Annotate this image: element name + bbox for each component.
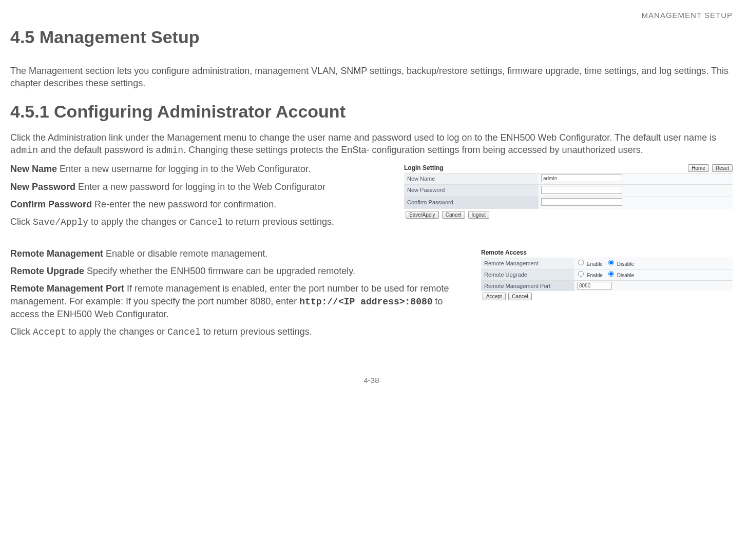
ss1-home-button[interactable]: Home [688,164,709,172]
ss2-remote-port-label: Remote Management Port [481,281,575,292]
ss1-confirm-password-label: Confirm Password [404,197,539,209]
ss2-ru-disable-radio[interactable]: Disable [608,271,634,279]
intro-paragraph: The Management section lets you configur… [10,65,733,90]
ss2-rm-disable-radio[interactable]: Disable [608,259,634,268]
ss1-confirm-password-input[interactable] [541,198,622,206]
ss1-title: Login Setting [404,164,444,172]
accept-line: Click Accept to apply the changes or Can… [10,325,733,338]
ss1-reset-button[interactable]: Reset [712,164,733,172]
ss1-new-name-input[interactable]: admin [541,175,622,182]
ss2-rm-enable-radio[interactable]: Enable [578,259,603,268]
login-setting-screenshot: Login Setting Home Reset New Name admin … [404,163,733,221]
page-header-section: MANAGEMENT SETUP [10,10,733,21]
ss1-save-apply-button[interactable]: Save/Apply [406,211,439,219]
config-paragraph: Click the Administration link under the … [10,131,733,157]
remote-access-screenshot: Remote Access Remote Management Enable D… [481,247,733,302]
code-http-url: http://<IP address>:8080 [299,297,432,307]
ss1-new-password-input[interactable] [541,186,622,194]
ss2-remote-port-input[interactable]: 8080 [577,282,612,289]
heading-1: 4.5 Management Setup [10,26,733,49]
ss2-title: Remote Access [481,247,733,258]
heading-2: 4.5.1 Configuring Administrator Account [10,100,733,124]
code-admin-pass: admin [156,145,183,156]
ss2-remote-upgrade-label: Remote Upgrade [481,269,575,280]
ss2-accept-button[interactable]: Accept [483,293,506,300]
code-admin-user: admin [10,145,38,156]
ss2-remote-management-label: Remote Management [481,258,575,269]
ss2-ru-enable-radio[interactable]: Enable [578,271,603,279]
ss1-cancel-button[interactable]: Cancel [442,211,465,219]
ss1-new-password-label: New Password [404,185,539,197]
ss1-logout-button[interactable]: logout [468,211,489,219]
ss1-new-name-label: New Name [404,173,539,184]
page-number: 4-38 [10,375,733,385]
ss2-cancel-button[interactable]: Cancel [508,293,531,300]
